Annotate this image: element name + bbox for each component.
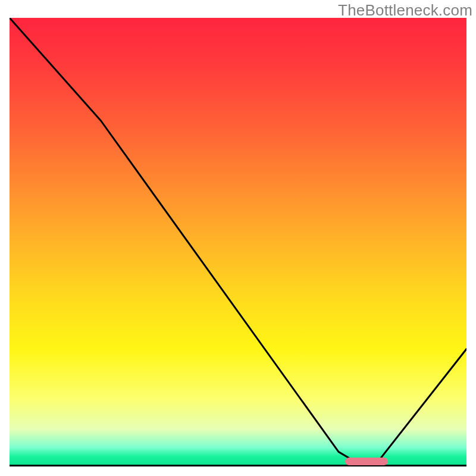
bottleneck-curve bbox=[10, 18, 466, 465]
x-axis-baseline bbox=[10, 465, 466, 466]
watermark-text: TheBottleneck.com bbox=[338, 1, 472, 20]
optimal-range-marker bbox=[345, 458, 387, 465]
chart-container: TheBottleneck.com bbox=[0, 0, 476, 476]
gradient-plot-area bbox=[10, 18, 466, 465]
